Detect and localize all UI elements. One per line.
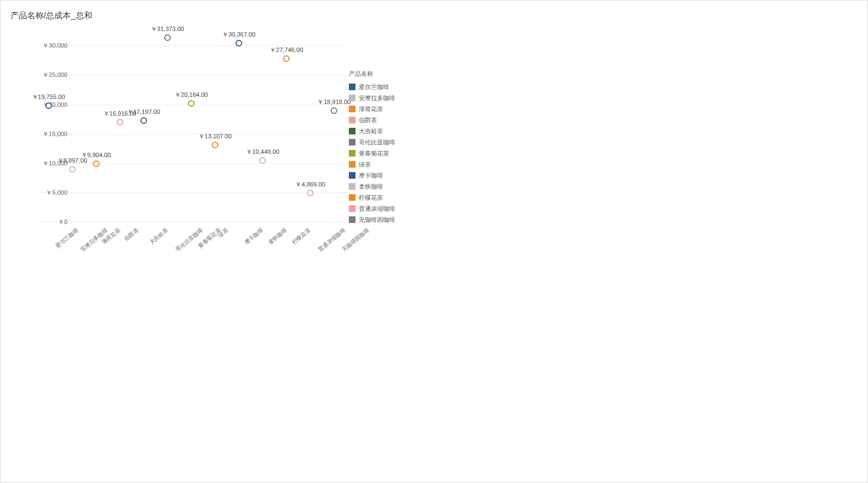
legend-label: 柠檬花茶 (359, 194, 383, 202)
x-tick: 柠檬花茶 (291, 226, 313, 246)
data-point[interactable] (331, 107, 337, 114)
legend-label: 爱尔兰咖啡 (359, 83, 389, 91)
data-label: ￥30,367.00 (222, 30, 255, 39)
legend-label: 安摩拉多咖啡 (359, 94, 395, 102)
legend-swatch (349, 95, 355, 101)
data-label: ￥17,197.00 (127, 108, 160, 116)
legend-label: 摩卡咖啡 (359, 172, 383, 180)
x-tick: 哥伦比亚咖啡 (174, 226, 205, 253)
legend-label: 大吉岭茶 (359, 127, 383, 136)
data-label: ￥31,373.00 (151, 25, 184, 33)
legend-swatch (349, 128, 355, 134)
legend-swatch (349, 216, 355, 223)
data-point[interactable] (188, 100, 195, 107)
legend-swatch (349, 161, 355, 168)
data-label: ￥19,755.00 (32, 93, 65, 101)
data-point[interactable] (140, 117, 147, 124)
legend-item[interactable]: 普通浓缩咖啡 (349, 203, 395, 214)
y-tick: ￥25,000 (36, 71, 67, 79)
data-label: ￥13,107.00 (198, 132, 232, 141)
y-tick: ￥20,000 (36, 100, 67, 108)
x-tick: 伯爵茶 (123, 226, 140, 243)
legend-items: 爱尔兰咖啡安摩拉多咖啡薄荷花茶伯爵茶大吉岭茶哥伦比亚咖啡黄春菊花茶绿茶摩卡咖啡拿… (349, 81, 395, 225)
y-tick: ￥15,000 (36, 129, 67, 138)
legend-swatch (349, 172, 355, 179)
legend-label: 无咖啡因咖啡 (359, 216, 395, 224)
legend-item[interactable]: 绿茶 (349, 159, 395, 170)
legend-swatch (349, 84, 355, 90)
plot-area: ￥0￥5,000￥10,000￥15,000￥20,000￥25,000￥30,… (36, 34, 346, 222)
y-axis: ￥0￥5,000￥10,000￥15,000￥20,000￥25,000￥30,… (36, 34, 70, 222)
data-point[interactable] (236, 40, 242, 46)
legend-label: 哥伦比亚咖啡 (359, 138, 395, 147)
data-point[interactable] (93, 160, 100, 167)
legend-swatch (349, 139, 355, 146)
chart-title: 产品名称/总成本_总和 (1, 6, 421, 28)
legend-label: 普通浓缩咖啡 (359, 205, 395, 213)
data-label: ￥4,869.00 (295, 180, 325, 189)
legend-label: 薄荷花茶 (359, 105, 383, 113)
legend-item[interactable]: 无咖啡因咖啡 (349, 214, 395, 225)
legend-swatch (349, 194, 355, 201)
legend: 产品名称 爱尔兰咖啡安摩拉多咖啡薄荷花茶伯爵茶大吉岭茶哥伦比亚咖啡黄春菊花茶绿茶… (349, 70, 395, 225)
legend-item[interactable]: 伯爵茶 (349, 115, 395, 126)
x-tick: 大吉岭茶 (148, 226, 170, 246)
legend-title: 产品名称 (349, 70, 395, 78)
legend-label: 绿茶 (359, 160, 371, 169)
legend-label: 伯爵茶 (359, 116, 377, 124)
data-label: ￥20,164.00 (175, 91, 208, 99)
data-label: ￥10,449.00 (246, 148, 279, 156)
y-tick: ￥30,000 (36, 41, 67, 50)
data-point[interactable] (283, 55, 290, 62)
legend-swatch (349, 106, 355, 112)
data-label: ￥18,918.00 (317, 98, 351, 106)
legend-item[interactable]: 柠檬花茶 (349, 192, 395, 203)
data-point[interactable] (117, 119, 123, 126)
x-tick: 爱尔兰咖啡 (54, 226, 80, 250)
legend-item[interactable]: 拿铁咖啡 (349, 181, 395, 192)
x-axis: 爱尔兰咖啡安摩拉多咖啡薄荷花茶伯爵茶大吉岭茶哥伦比亚咖啡黄春菊花茶绿茶摩卡咖啡拿… (36, 222, 346, 255)
legend-item[interactable]: 爱尔兰咖啡 (349, 81, 395, 92)
legend-swatch (349, 205, 355, 212)
legend-swatch (349, 183, 355, 190)
legend-item[interactable]: 安摩拉多咖啡 (349, 92, 395, 103)
legend-label: 黄春菊花茶 (359, 149, 389, 158)
legend-swatch (349, 117, 355, 123)
data-point[interactable] (212, 142, 218, 148)
legend-item[interactable]: 大吉岭茶 (349, 126, 395, 137)
y-tick: ￥5,000 (36, 188, 67, 196)
data-label: ￥9,904.00 (81, 151, 111, 159)
x-tick: 拿铁咖啡 (267, 226, 289, 246)
legend-item[interactable]: 摩卡咖啡 (349, 170, 395, 181)
legend-label: 拿铁咖啡 (359, 183, 383, 191)
data-point[interactable] (307, 190, 313, 196)
x-tick: 摩卡咖啡 (243, 226, 265, 246)
data-point[interactable] (164, 34, 171, 41)
legend-item[interactable]: 薄荷花茶 (349, 103, 395, 115)
data-label: ￥27,746.00 (270, 46, 303, 54)
data-point[interactable] (259, 157, 266, 164)
data-point[interactable] (69, 166, 76, 173)
data-point[interactable] (45, 102, 52, 109)
legend-swatch (349, 150, 355, 157)
legend-item[interactable]: 哥伦比亚咖啡 (349, 137, 395, 148)
legend-item[interactable]: 黄春菊花茶 (349, 148, 395, 159)
chart-container: 产品名称/总成本_总和 ￥0￥5,000￥10,000￥15,000￥20,00… (1, 6, 421, 255)
